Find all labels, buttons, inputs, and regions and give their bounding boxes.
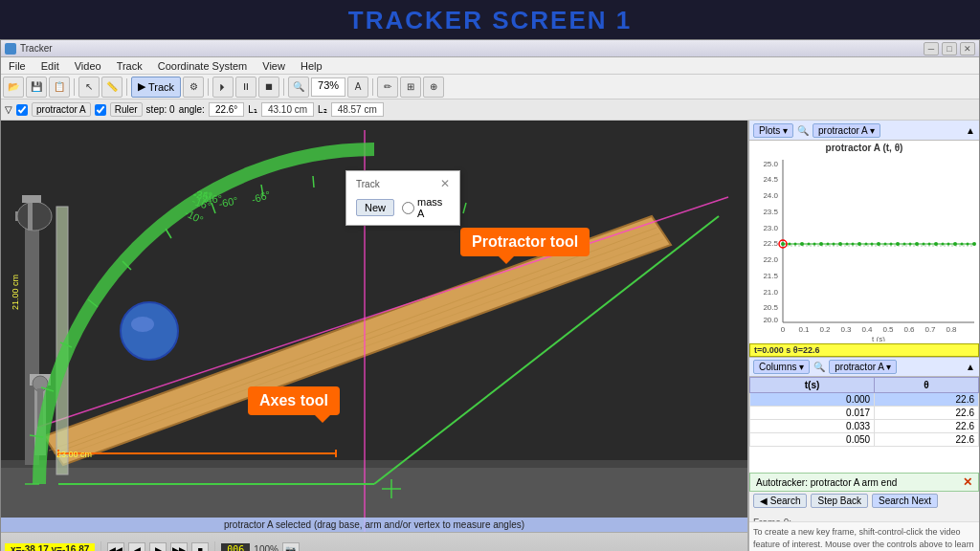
- separator-5: [372, 78, 373, 96]
- track-new-button[interactable]: New: [356, 199, 394, 216]
- track-checkbox-a[interactable]: [16, 104, 28, 116]
- separator-1: [74, 78, 75, 96]
- svg-point-120: [808, 243, 811, 246]
- cell-t: 0.000: [750, 393, 875, 407]
- svg-point-125: [852, 243, 855, 246]
- menu-help[interactable]: Help: [297, 59, 326, 73]
- plot-track-dropdown[interactable]: protractor A ▾: [813, 123, 880, 138]
- zoom-display: 73%: [311, 77, 345, 97]
- autoskip-close[interactable]: ✕: [963, 475, 972, 489]
- mass-radio-input[interactable]: [402, 202, 414, 214]
- ruler-label[interactable]: Ruler: [110, 102, 143, 117]
- video-panel[interactable]: -10° -16° -25° -34° -46° -60° -66° -70° …: [1, 121, 747, 551]
- pencil-icon[interactable]: ✏: [377, 77, 398, 98]
- ruler-tool[interactable]: 📏: [101, 77, 122, 98]
- open-button[interactable]: 📂: [3, 77, 24, 98]
- svg-point-136: [961, 243, 964, 246]
- svg-text:24.0: 24.0: [763, 191, 778, 200]
- menu-track[interactable]: Track: [113, 59, 146, 73]
- svg-point-107: [781, 242, 785, 246]
- step-back-search[interactable]: Step Back: [811, 494, 868, 508]
- table-row[interactable]: 0.03322.6: [750, 420, 979, 433]
- svg-point-133: [928, 243, 931, 246]
- grid-icon[interactable]: ⊞: [400, 77, 421, 98]
- svg-point-124: [846, 243, 849, 246]
- angle-value: 22.6°: [209, 102, 244, 117]
- svg-point-21: [17, 202, 52, 231]
- cell-v: 22.6: [875, 407, 979, 420]
- coord1-label: L₁: [248, 104, 257, 115]
- save-button[interactable]: 💾: [26, 77, 47, 98]
- play-button[interactable]: ⏵: [212, 77, 234, 98]
- coord2-value: 48.57 cm: [331, 102, 384, 117]
- svg-text:22.0: 22.0: [763, 255, 778, 264]
- pause-button[interactable]: ⏸: [235, 77, 256, 98]
- svg-rect-23: [22, 195, 41, 203]
- fit-btn[interactable]: A: [347, 77, 368, 98]
- track-button[interactable]: ▶ Track: [131, 77, 181, 98]
- table-row[interactable]: 0.01722.6: [750, 407, 979, 420]
- track-name[interactable]: protractor A: [32, 102, 91, 117]
- menu-edit[interactable]: Edit: [37, 59, 63, 73]
- svg-text:0.3: 0.3: [840, 325, 852, 334]
- right-panel: Plots ▾ 🔍 protractor A ▾ ▲ protractor A …: [747, 121, 979, 551]
- play-vc-btn[interactable]: ▶: [149, 542, 167, 552]
- stop-vc-btn[interactable]: ■: [191, 542, 209, 552]
- info-text: To create a new key frame, shift-control…: [749, 521, 979, 551]
- title-text: TRACKER SCREEN 1: [348, 6, 632, 34]
- track-popup-close[interactable]: ✕: [440, 177, 450, 190]
- svg-point-122: [827, 243, 830, 246]
- svg-text:21.0: 21.0: [763, 288, 778, 297]
- ruler-checkbox[interactable]: [95, 104, 106, 116]
- angle-label: angle:: [179, 104, 205, 115]
- zoom-in[interactable]: 🔍: [288, 77, 309, 98]
- columns-dropdown[interactable]: Columns ▾: [753, 360, 810, 374]
- close-button[interactable]: ✕: [960, 42, 975, 55]
- table-track-dropdown[interactable]: protractor A ▾: [829, 360, 897, 374]
- track-popup-content: New mass A: [356, 196, 450, 219]
- pointer-tool[interactable]: ↖: [78, 77, 100, 98]
- prev-frame-btn[interactable]: ◀: [128, 542, 145, 552]
- cell-t: 0.017: [750, 407, 875, 420]
- plot-expand-icon[interactable]: ▲: [966, 125, 975, 136]
- maximize-button[interactable]: □: [942, 42, 957, 55]
- bottom-status: protractor A selected (drag base, arm an…: [1, 518, 747, 532]
- app-window: Tracker ─ □ ✕ File Edit Video Track Coor…: [0, 39, 980, 551]
- search-next-button[interactable]: Search Next: [872, 494, 938, 508]
- next-frame-btn[interactable]: ▶▶: [170, 542, 188, 552]
- autoskip-bar: Autotracker: protractor A arm end ✕: [749, 473, 979, 492]
- window-title: Tracker: [20, 43, 53, 54]
- stop-button[interactable]: ⏹: [258, 77, 279, 98]
- minimize-button[interactable]: ─: [924, 42, 939, 55]
- copy-button[interactable]: 📋: [49, 77, 70, 98]
- menu-coordinate[interactable]: Coordinate System: [154, 59, 252, 73]
- track-settings[interactable]: ⚙: [183, 77, 204, 98]
- svg-text:21.5: 21.5: [763, 272, 778, 280]
- axes-annotation: Axes tool: [248, 386, 340, 415]
- plot-area[interactable]: protractor A (t, θ) 25.0 24.5 24.0 23.5 …: [749, 141, 979, 343]
- search-button[interactable]: ◀ Search: [753, 494, 807, 508]
- autoskip-label: Autotracker: protractor A arm end: [756, 477, 897, 488]
- controls-area: Frame 0: Template: Evolve 20% Tether 5% …: [749, 514, 979, 521]
- separator-2: [126, 78, 127, 96]
- menu-video[interactable]: Video: [71, 59, 105, 73]
- step-back-btn[interactable]: ◀◀: [107, 542, 124, 552]
- svg-point-131: [909, 243, 912, 246]
- protractor-annotation: Protractor tool: [460, 228, 590, 256]
- table-row[interactable]: 0.00022.6: [750, 393, 979, 407]
- plots-dropdown[interactable]: Plots ▾: [753, 123, 793, 138]
- sep-vc2: [214, 541, 215, 552]
- svg-rect-2: [1, 460, 747, 468]
- table-expand[interactable]: ▲: [966, 362, 975, 372]
- cell-t: 0.033: [750, 420, 875, 433]
- svg-text:0.6: 0.6: [903, 325, 915, 334]
- axes-icon[interactable]: ⊕: [423, 77, 444, 98]
- camera-btn[interactable]: 📷: [282, 542, 300, 552]
- table-row[interactable]: 0.05022.6: [750, 433, 979, 447]
- svg-text:0.5: 0.5: [882, 325, 894, 334]
- axes-label-text: Axes tool: [259, 392, 328, 408]
- svg-text:0.4: 0.4: [861, 325, 873, 334]
- menu-view[interactable]: View: [258, 59, 289, 73]
- separator-3: [208, 78, 209, 96]
- menu-file[interactable]: File: [5, 59, 30, 73]
